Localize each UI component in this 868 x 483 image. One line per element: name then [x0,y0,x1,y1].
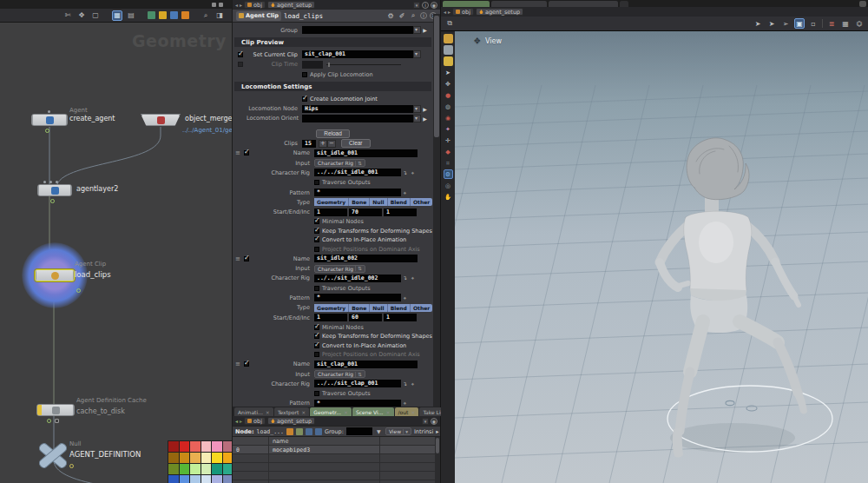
snapping-grid-icon[interactable]: ⧉ [444,18,455,29]
keyframe-tool-icon[interactable]: ◆ [444,147,453,156]
palette-swatch[interactable] [223,475,233,483]
display-flag[interactable] [69,464,74,468]
shading-mode-icon[interactable]: ≣ [826,18,837,29]
type-option-bone[interactable]: Bone [349,198,370,206]
jump-to-operator-icon[interactable]: ↴ [401,380,409,387]
type-option-geometry[interactable]: Geometry [314,198,349,206]
node-agentlayer[interactable] [37,184,72,196]
dropdown-icon[interactable] [413,115,421,122]
grid-view-icon[interactable]: ▦ [112,10,122,21]
clip-enable-checkbox[interactable] [244,361,249,367]
path-network-chip[interactable]: agent_setup [267,1,315,9]
path-dropdown-icon[interactable]: ▾ [422,418,429,425]
hand-tool-icon[interactable]: ✋ [444,192,453,202]
snap-tool-icon[interactable]: ⌗ [444,158,453,168]
palette-swatch[interactable] [168,464,179,474]
palette-swatch[interactable] [212,453,222,463]
new-tab-button[interactable] [620,1,628,7]
type-option-null[interactable]: Null [370,304,387,312]
keep-transforms-checkbox[interactable] [314,334,319,339]
palette-swatch[interactable] [212,475,222,483]
type-option-other[interactable]: Other [411,304,432,312]
jump-to-operator-icon[interactable]: ↴ [401,275,409,281]
node-agent-definition[interactable] [35,445,73,467]
view-tool-icon[interactable]: ◎ [444,181,453,190]
display-options-icon[interactable]: ▦ [840,18,851,29]
pattern-field[interactable]: * [314,189,401,196]
back-icon[interactable]: ◂ [235,2,238,8]
start-field[interactable]: 1 [314,314,347,321]
remove-clip-button[interactable]: − [327,140,336,148]
palette-swatch[interactable] [168,453,179,463]
palette-swatch[interactable] [168,441,179,452]
list-view-icon[interactable]: ▤ [126,10,136,21]
path-root-chip[interactable]: obj [244,1,266,9]
gear-icon[interactable]: ⚙ [386,12,395,20]
node-cache-to-disk[interactable] [36,404,75,416]
dropdown-icon[interactable] [413,105,421,113]
clip-name-field[interactable]: sit_idle_001 [314,149,418,157]
add-clip-button[interactable]: + [319,140,327,148]
pattern-chooser-icon[interactable]: ⌖ [401,294,409,301]
table-row[interactable]: 0 mocapbiped3 [233,446,440,454]
drag-handle-icon[interactable]: ≡ [234,149,241,156]
minimal-nodes-checkbox[interactable] [314,219,319,224]
info-icon[interactable]: i [422,2,429,9]
select-mode-icon[interactable]: ▫ [808,18,819,29]
input-dropdown[interactable]: Character Rig⇅ [314,159,365,167]
scrollbar-thumb[interactable] [434,16,439,137]
scene-3d-view[interactable]: ✥ View [455,31,868,483]
bottom-tab[interactable]: Animati... [234,407,273,416]
start-field[interactable]: 1 [314,208,347,216]
flame-icon[interactable] [286,428,293,435]
select-operator-icon[interactable] [421,27,429,33]
scale-tool-icon[interactable]: ◍ [444,102,453,111]
panel-split-icon[interactable]: ◨ [214,10,225,21]
palette-swatch[interactable] [180,453,190,463]
clip-time-checkbox[interactable] [238,62,243,67]
lock-icon[interactable] [306,428,312,435]
drag-handle-icon[interactable]: ≡ [234,361,241,367]
node-name-field[interactable]: load_clips [284,12,323,20]
color-flag-blue-icon[interactable] [170,11,178,19]
convert-inplace-checkbox[interactable] [314,343,319,348]
input-dropdown[interactable]: Character Rig⇅ [314,265,365,273]
operator-chooser-icon[interactable]: ⌖ [409,275,417,281]
search-icon[interactable]: ⌕ [409,11,418,20]
expand-icon[interactable]: ▸ [436,428,438,435]
layout-tool-icon[interactable] [444,34,453,43]
display-flag[interactable] [45,129,49,133]
palette-swatch[interactable] [223,441,233,452]
pointer-tool-icon[interactable]: ✥ [76,10,87,21]
convert-inplace-checkbox[interactable] [314,237,319,242]
color-flag-orange-icon[interactable] [181,11,189,19]
current-clip-checkbox[interactable] [238,52,243,57]
palette-swatch[interactable] [201,464,212,474]
pane-maximize-icon[interactable] [219,3,223,7]
select-arrow-icon[interactable]: ➤ [753,18,763,29]
palette-swatch[interactable] [201,453,212,463]
operator-chooser-icon[interactable]: ⌖ [409,380,417,387]
pattern-field[interactable]: * [314,294,401,301]
end-field[interactable]: 60 [349,314,382,321]
minimal-nodes-checkbox[interactable] [314,325,319,330]
view-dropdown[interactable]: View▾ [385,427,411,435]
pin-icon[interactable]: ◉ [431,418,437,425]
select-tool-icon[interactable]: ➤ [444,68,453,77]
network-canvas[interactable]: Geometry Agent create_agent object_me [0,23,232,483]
traverse-outputs-checkbox[interactable] [314,180,319,185]
character-rig-field[interactable]: ../../sit_idle_002 [314,275,401,282]
path-network-chip[interactable]: agent_setup [476,8,523,16]
section-locomotion[interactable]: Locomotion Settings [234,82,431,91]
palette-swatch[interactable] [180,475,190,483]
project-positions-checkbox[interactable] [314,352,319,357]
param-scrollbar[interactable] [433,14,440,407]
bottom-tab[interactable]: Textport [274,407,309,416]
traverse-outputs-checkbox[interactable] [314,286,319,291]
pane-menu-icon[interactable] [859,1,866,7]
clip-name-field[interactable]: sit_clap_001 [314,361,418,368]
type-option-other[interactable]: Other [411,198,432,206]
display-flag[interactable] [50,199,55,203]
palette-swatch[interactable] [223,464,233,474]
pose-tool-icon[interactable]: ◉ [444,113,453,122]
